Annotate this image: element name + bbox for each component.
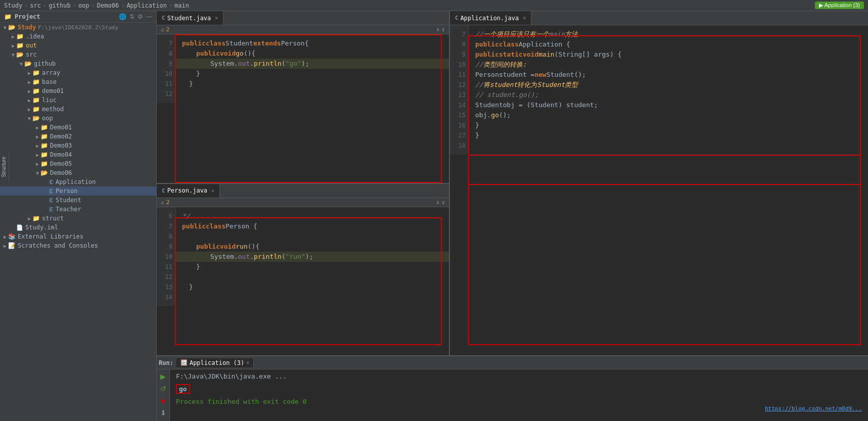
person-code-lines[interactable]: */ public class Person { public void run… — [176, 207, 449, 306]
tree-item-method[interactable]: ▶ 📁 method — [0, 105, 156, 114]
sidebar-title: Project — [15, 13, 40, 20]
structure-tab[interactable]: Structure — [0, 154, 9, 180]
nav-up-icon[interactable]: ∧ — [436, 26, 440, 33]
java-file-icon: C — [49, 207, 54, 212]
tree-label-extlibs: External Libraries — [18, 233, 83, 240]
code-line: } — [176, 282, 449, 292]
close-tab-person[interactable]: × — [211, 188, 214, 194]
code-line — [176, 231, 449, 242]
tree-item-student[interactable]: ▶ C Student — [0, 196, 156, 205]
run-result-line: go — [176, 382, 862, 396]
person-code-content: 6 ▶7 8 9 10 11 12 13 14 — [157, 207, 449, 306]
tree-label-demo04sub: Demo04 — [50, 151, 72, 158]
folder-icon: 📂 — [32, 115, 40, 122]
folder-icon: 📁 — [32, 69, 40, 76]
run-link[interactable]: https://blog.csdn.net/m0d9... — [765, 405, 862, 412]
sidebar-settings-btn[interactable]: ⚙ — [138, 13, 143, 20]
tree-item-study[interactable]: ▼ 📂 Study F:\java\IDEA2020.2\Study — [0, 23, 156, 32]
breadcrumb-demo06[interactable]: Demo06 — [97, 2, 119, 9]
tree-item-demo03sub[interactable]: ▶ 📁 Demo03 — [0, 141, 156, 150]
tree-item-idea[interactable]: ▶ 📁 .idea — [0, 32, 156, 41]
folder-icon: 📁 — [32, 87, 40, 95]
tree-item-person[interactable]: ▶ C Person — [0, 186, 156, 196]
code-line: } — [176, 79, 449, 89]
tree-item-demo01sub[interactable]: ▶ 📁 Demo01 — [0, 123, 156, 132]
tree-item-teacher[interactable]: ▶ C Teacher — [0, 205, 156, 214]
tab-student[interactable]: C Student.java × — [157, 11, 223, 25]
run-stop-button[interactable]: ■ — [159, 396, 167, 406]
breadcrumb-application[interactable]: Application — [126, 2, 166, 9]
tree-item-demo02sub[interactable]: ▶ 📁 Demo02 — [0, 132, 156, 141]
tree-item-extlibs[interactable]: ▶ 📚 External Libraries — [0, 232, 156, 241]
arrow-icon: ▶ — [26, 79, 32, 85]
breadcrumb-github[interactable]: github — [49, 2, 70, 9]
breadcrumb-study[interactable]: Study — [4, 2, 22, 9]
close-run-tab[interactable]: × — [246, 360, 249, 365]
run-rerun-button[interactable]: ↺ — [159, 384, 167, 394]
java-tab-icon: C — [455, 15, 459, 21]
tree-item-src[interactable]: ▼ 📂 src — [0, 50, 156, 59]
breadcrumb-oop[interactable]: oop — [78, 2, 89, 9]
tree-item-application[interactable]: ▶ C Application — [0, 177, 156, 186]
tree-item-out[interactable]: ▶ 📁 out — [0, 41, 156, 50]
tree-item-oop[interactable]: ▼ 📂 oop — [0, 114, 156, 123]
sidebar-minimize-btn[interactable]: — — [146, 13, 152, 20]
application-tab-bar: C Application.java × — [450, 11, 868, 25]
arrow-icon: ▼ — [18, 61, 24, 67]
tree-item-array[interactable]: ▶ 📁 array — [0, 68, 156, 77]
code-line — [176, 89, 449, 99]
sidebar-sync-btn[interactable]: ⇅ — [129, 13, 134, 20]
tree-item-struct[interactable]: ▶ 📁 struct — [0, 214, 156, 223]
code-line: // 一个项目应该只有一个main方法 — [469, 29, 868, 39]
sidebar-globe-btn[interactable]: 🌐 — [119, 13, 126, 20]
code-line — [176, 272, 449, 282]
run-play-button[interactable]: ▶ — [159, 371, 167, 382]
tree-item-base[interactable]: ▶ 📁 base — [0, 77, 156, 86]
tree-item-studyiml[interactable]: ▶ 📄 Study.iml — [0, 223, 156, 232]
tree-item-demo01[interactable]: ▶ 📁 demo01 — [0, 86, 156, 96]
tree-item-liuc[interactable]: ▶ 📁 liuc — [0, 96, 156, 105]
arrow-icon: ▶ — [26, 98, 32, 103]
close-tab-student[interactable]: × — [215, 15, 218, 21]
code-line: public class Person { — [176, 221, 449, 231]
nav-arrows[interactable]: ∧ ∨ — [436, 26, 445, 33]
folder-icon: 📂 — [40, 169, 48, 176]
tab-person[interactable]: C Person.java × — [157, 184, 220, 198]
run-cmd-line: F:\Java\JDK\bin\java.exe ... — [176, 372, 862, 380]
tree-item-demo04sub[interactable]: ▶ 📁 Demo04 — [0, 150, 156, 159]
student-tab-bar: C Student.java × — [157, 11, 449, 25]
run-scroll-button[interactable]: ⬇ — [159, 408, 167, 418]
application-code-lines[interactable]: // 一个项目应该只有一个main方法 public class Applica… — [469, 25, 868, 155]
run-button-top[interactable]: ▶ Application (3) — [815, 2, 864, 9]
java-tab-icon: C — [162, 15, 165, 21]
run-tab-application[interactable]: 🪟 Application (3) × — [176, 358, 254, 367]
arrow-icon: ▼ — [26, 116, 32, 121]
person-code-area[interactable]: 6 ▶7 8 9 10 11 12 13 14 — [157, 207, 449, 356]
nav-down-icon[interactable]: ∨ — [441, 199, 445, 206]
tree-item-scratches[interactable]: ▶ 📝 Scratches and Consoles — [0, 241, 156, 250]
tree-item-demo06sub[interactable]: ▼ 📂 Demo06 — [0, 168, 156, 177]
application-code-content: 7 ▶8 ▶9 10 11 12 13 14 15 16 17 — [450, 25, 868, 155]
person-tab-bar: C Person.java × — [157, 184, 449, 198]
student-code-area[interactable]: 7 8 9 10 11 12 public class Student exte… — [157, 34, 449, 183]
folder-icon: 📁 — [16, 33, 24, 40]
code-line: } — [469, 130, 868, 141]
breadcrumb-src[interactable]: src — [30, 2, 41, 9]
close-tab-application[interactable]: × — [523, 15, 526, 21]
breadcrumb-main[interactable]: main — [174, 2, 189, 9]
student-code-lines[interactable]: public class Student extends Person{ pub… — [176, 34, 449, 103]
tree-label-demo01sub: Demo01 — [50, 124, 72, 131]
tab-application[interactable]: C Application.java × — [450, 11, 531, 25]
run-content: ▶ ↺ ■ ⬇ ⚙ F:\Java\JDK\bin\java.exe ... g… — [157, 369, 868, 421]
nav-down-icon[interactable]: ∨ — [441, 26, 445, 33]
folder-icon: 📁 — [40, 133, 48, 140]
folder-icon: 📁 — [32, 78, 40, 85]
warning-count: 2 — [166, 199, 170, 206]
tree-item-demo05sub[interactable]: ▶ 📁 Demo05 — [0, 159, 156, 168]
nav-up-icon[interactable]: ∧ — [436, 199, 440, 206]
nav-arrows[interactable]: ∧ ∨ — [436, 199, 445, 206]
application-code-area[interactable]: 7 ▶8 ▶9 10 11 12 13 14 15 16 17 — [450, 25, 868, 355]
code-line: System.out.println("run"); — [176, 252, 449, 262]
tree-item-github[interactable]: ▼ 📂 github — [0, 59, 156, 68]
student-line-numbers: 7 8 9 10 11 12 — [157, 34, 176, 103]
